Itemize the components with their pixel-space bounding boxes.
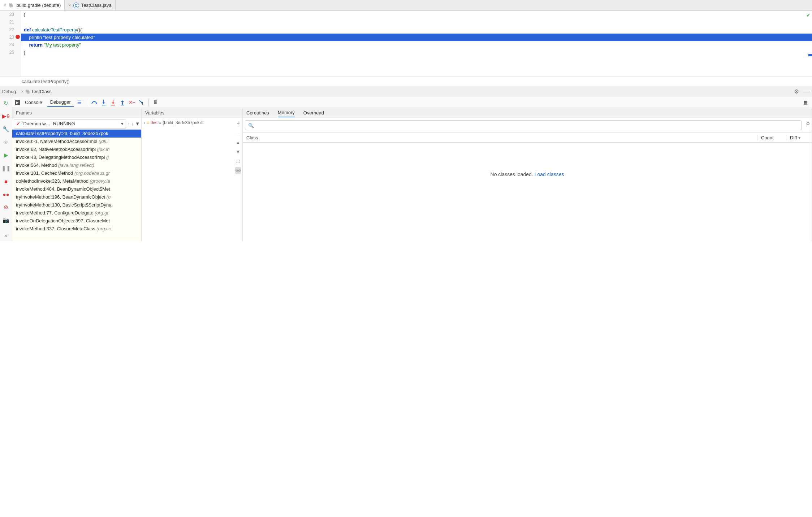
variables-panel: Variables › ≡ this = {build_3dde3b7pokli…: [142, 108, 243, 241]
down-icon[interactable]: ▼: [235, 148, 241, 155]
variables-header: Variables: [142, 108, 242, 118]
frame-item[interactable]: invoke0:-1, NativeMethodAccessorImpl (jd…: [12, 138, 141, 145]
debug-sidebar: ↻ ▶9 🔧 👁 ▶ ❚❚ ■ ●● ⊘ 📷 »: [0, 97, 12, 241]
tab-overhead[interactable]: Overhead: [303, 109, 324, 117]
code-line: return "My test property": [21, 41, 812, 49]
variable-name: this: [151, 120, 157, 125]
step-over-icon[interactable]: [91, 99, 98, 106]
frame-item[interactable]: tryInvokeMethod:130, BasicScript$ScriptD…: [12, 201, 141, 209]
show-icon[interactable]: 👁: [3, 139, 9, 145]
debug-panels: Frames ✔ "Daemon w…: RUNNING ▾ ↑ ↓ ▼ cal…: [12, 108, 812, 241]
filter-icon[interactable]: ▼: [135, 121, 140, 126]
play-icon[interactable]: ▶: [3, 152, 9, 158]
tab-memory[interactable]: Memory: [278, 108, 295, 117]
step-into-icon[interactable]: [100, 99, 107, 106]
code-line: }: [21, 49, 812, 56]
variables-body[interactable]: › ≡ this = {build_3dde3b7poklilt: [142, 118, 242, 241]
gradle-icon: [25, 89, 31, 94]
chevron-down-icon: ▾: [798, 135, 801, 140]
variable-row[interactable]: › ≡ this = {build_3dde3b7poklilt: [144, 120, 240, 125]
close-icon[interactable]: ×: [21, 89, 24, 94]
add-watch-icon[interactable]: ＋: [235, 120, 241, 127]
frames-header: Frames: [12, 108, 141, 118]
memory-search[interactable]: 🔍: [245, 120, 802, 130]
frame-item[interactable]: invokeMethod:484, BeanDynamicObject$Met: [12, 185, 141, 193]
glasses-icon[interactable]: 👓: [235, 167, 241, 174]
resume-icon[interactable]: ▶9: [3, 113, 9, 120]
code-area[interactable]: } def calculateTestProperty(){ println "…: [21, 11, 812, 77]
frame-item[interactable]: invokeOnDelegationObjects:397, ClosureMe…: [12, 217, 141, 225]
col-diff[interactable]: Diff▾: [786, 135, 812, 140]
frame-item[interactable]: calculateTestProperty:23, build_3dde3b7p…: [12, 130, 141, 138]
frame-item[interactable]: invoke:101, CachedMethod (org.codehaus.g…: [12, 169, 141, 177]
tab-console[interactable]: Console: [22, 98, 45, 107]
debug-body: ↻ ▶9 🔧 👁 ▶ ❚❚ ■ ●● ⊘ 📷 » ▶ Console Debug…: [0, 97, 812, 241]
java-class-icon: [73, 3, 79, 8]
line-number: 21: [0, 18, 14, 26]
close-icon[interactable]: ×: [68, 3, 71, 8]
memory-tabs: Coroutines Memory Overhead: [243, 108, 812, 118]
load-classes-link[interactable]: Load classes: [535, 171, 564, 177]
code-line: def calculateTestProperty(){: [21, 26, 812, 34]
line-number: 20: [0, 11, 14, 18]
chevron-down-icon: ▾: [121, 121, 124, 126]
frame-item[interactable]: invoke:62, NativeMethodAccessorImpl (jdk…: [12, 145, 141, 153]
next-frame-icon[interactable]: ↓: [131, 121, 134, 126]
tab-coroutines[interactable]: Coroutines: [246, 109, 269, 117]
tab-testclass[interactable]: × TestClass.java: [65, 0, 115, 10]
line-number: 23: [0, 34, 14, 41]
breadcrumb[interactable]: calculateTestProperty(): [0, 77, 812, 86]
force-step-into-icon[interactable]: [109, 99, 117, 106]
up-icon[interactable]: ▲: [235, 139, 241, 145]
run-to-cursor-icon[interactable]: [138, 99, 145, 106]
gear-icon[interactable]: ⚙: [806, 121, 810, 126]
frames-panel: Frames ✔ "Daemon w…: RUNNING ▾ ↑ ↓ ▼ cal…: [12, 108, 142, 241]
line-number: 24: [0, 41, 14, 49]
frames-toolbar: ✔ "Daemon w…: RUNNING ▾ ↑ ↓ ▼: [12, 118, 141, 130]
inspection-ok-icon[interactable]: ✔: [806, 12, 811, 18]
frame-item[interactable]: doMethodInvoke:323, MetaMethod (groovy.l…: [12, 177, 141, 185]
mute-breakpoints-icon[interactable]: ⊘: [3, 204, 9, 210]
marker-icon: [808, 54, 812, 56]
layout-icon[interactable]: ▦: [802, 99, 809, 106]
threads-icon[interactable]: ☰: [76, 99, 83, 106]
close-icon[interactable]: ×: [4, 3, 7, 8]
camera-icon[interactable]: 📷: [3, 217, 9, 223]
tab-debugger[interactable]: Debugger: [47, 98, 74, 107]
step-out-icon[interactable]: [119, 99, 126, 106]
stop-icon[interactable]: ■: [3, 178, 9, 184]
prev-frame-icon[interactable]: ↑: [128, 121, 130, 126]
debugger-toolbar: ▶ Console Debugger ☰ ✕⌐ 🖩 ▦: [12, 97, 812, 108]
expand-icon[interactable]: ›: [144, 120, 145, 125]
breakpoint-icon[interactable]: [16, 35, 20, 39]
tab-build-gradle[interactable]: × build.gradle (debuffe): [0, 0, 65, 10]
breadcrumb-item[interactable]: calculateTestProperty(): [22, 79, 70, 84]
line-number: 22: [0, 26, 14, 34]
gear-icon[interactable]: ⚙: [794, 88, 799, 95]
frame-item[interactable]: invokeMethod:77, ConfigureDelegate (org.…: [12, 209, 141, 217]
frames-list[interactable]: calculateTestProperty:23, build_3dde3b7p…: [12, 130, 141, 241]
search-icon: 🔍: [248, 123, 254, 128]
frame-item[interactable]: invoke:43, DelegatingMethodAccessorImpl …: [12, 153, 141, 161]
evaluate-icon[interactable]: 🖩: [152, 99, 160, 106]
thread-dropdown[interactable]: ✔ "Daemon w…: RUNNING ▾: [14, 119, 126, 129]
frame-item[interactable]: tryInvokeMethod:196, BeanDynamicObject (…: [12, 193, 141, 201]
drop-frame-icon[interactable]: ✕⌐: [128, 99, 135, 106]
more-icon[interactable]: »: [3, 232, 9, 238]
console-terminal-icon[interactable]: ▶: [15, 100, 20, 105]
col-class[interactable]: Class: [243, 135, 757, 140]
frame-item[interactable]: invoke:564, Method (java.lang.reflect): [12, 161, 141, 169]
minimize-icon[interactable]: —: [803, 88, 810, 95]
pause-icon[interactable]: ❚❚: [3, 165, 9, 171]
copy-icon[interactable]: ⿻: [235, 158, 241, 164]
col-count[interactable]: Count: [757, 135, 786, 140]
memory-search-input[interactable]: [256, 123, 798, 128]
code-editor[interactable]: 20 21 22 23 24 25 } def calculateTestPro…: [0, 11, 812, 77]
rerun-icon[interactable]: ↻: [3, 100, 9, 107]
view-breakpoints-icon[interactable]: ●●: [3, 191, 9, 197]
remove-watch-icon[interactable]: −: [235, 130, 241, 136]
wrench-icon[interactable]: 🔧: [3, 126, 9, 132]
variables-side-toolbar: ＋ − ▲ ▼ ⿻ 👓: [234, 118, 242, 174]
variable-value: = {build_3dde3b7poklilt: [159, 120, 204, 125]
frame-item[interactable]: invokeMethod:337, ClosureMetaClass (org.…: [12, 225, 141, 233]
